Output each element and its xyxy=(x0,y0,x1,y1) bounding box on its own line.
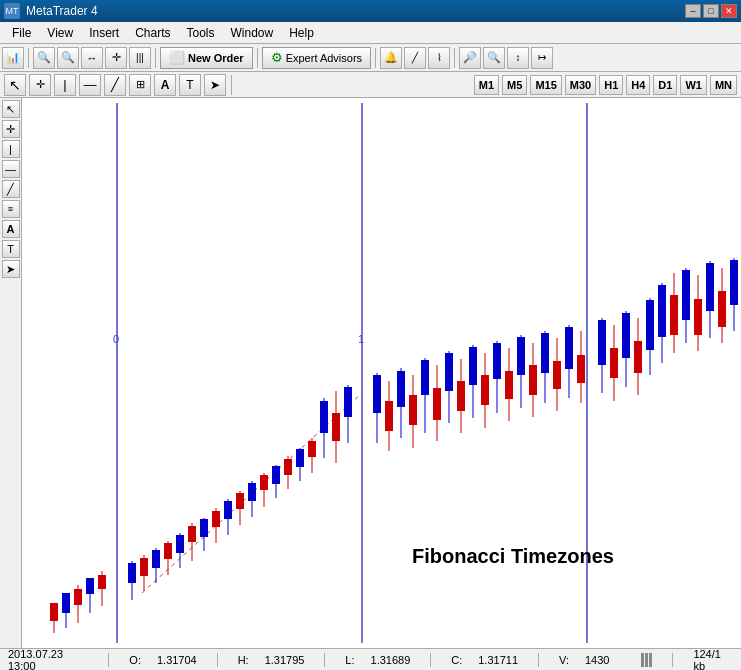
svg-rect-20 xyxy=(140,558,148,576)
status-high-val: 1.31795 xyxy=(265,654,305,666)
svg-rect-68 xyxy=(445,353,453,391)
zoom-out-button[interactable]: 🔍 xyxy=(57,47,79,69)
new-chart-button[interactable]: 📊 xyxy=(2,47,24,69)
vertical-line-tool[interactable]: | xyxy=(54,74,76,96)
status-sep-2 xyxy=(217,653,218,667)
chart-area[interactable]: 0 1 Fibonacci Timezones xyxy=(22,98,741,648)
text-label-tool[interactable]: T xyxy=(179,74,201,96)
svg-rect-32 xyxy=(212,511,220,527)
tf-h1[interactable]: H1 xyxy=(599,75,623,95)
svg-rect-8 xyxy=(50,603,58,621)
svg-rect-102 xyxy=(658,285,666,337)
svg-rect-76 xyxy=(493,343,501,379)
status-low-label: L: xyxy=(345,654,354,666)
left-hline-tool[interactable]: — xyxy=(2,160,20,178)
menu-insert[interactable]: Insert xyxy=(81,24,127,42)
svg-text:1: 1 xyxy=(358,333,364,345)
svg-rect-16 xyxy=(98,575,106,589)
svg-rect-62 xyxy=(409,395,417,425)
svg-rect-42 xyxy=(272,466,280,484)
status-bar: 2013.07.23 13:00 O: 1.31704 H: 1.31795 L… xyxy=(0,648,741,670)
zoom-minus-button[interactable]: 🔍 xyxy=(483,47,505,69)
cursor-tool[interactable]: ↖ xyxy=(4,74,26,96)
window-controls: – □ ✕ xyxy=(685,4,737,18)
left-label-tool[interactable]: T xyxy=(2,240,20,258)
toolbar-separator-2 xyxy=(155,48,156,68)
svg-rect-82 xyxy=(529,365,537,395)
maximize-button[interactable]: □ xyxy=(703,4,719,18)
svg-rect-52 xyxy=(332,413,340,441)
svg-rect-58 xyxy=(385,401,393,431)
minimize-button[interactable]: – xyxy=(685,4,701,18)
properties-button[interactable]: ↕ xyxy=(507,47,529,69)
left-text-tool[interactable]: A xyxy=(2,220,20,238)
zoom-plus-button[interactable]: 🔎 xyxy=(459,47,481,69)
svg-rect-114 xyxy=(730,260,738,305)
svg-rect-36 xyxy=(236,493,244,509)
left-trend-tool[interactable]: ╱ xyxy=(2,180,20,198)
title-bar: MT MetaTrader 4 – □ ✕ xyxy=(0,0,741,22)
scroll-button[interactable]: ↔ xyxy=(81,47,103,69)
tf-m30[interactable]: M30 xyxy=(565,75,596,95)
expert-advisors-icon: ⚙ xyxy=(271,50,283,65)
status-sep-5 xyxy=(538,653,539,667)
left-channel-tool[interactable]: ≡ xyxy=(2,200,20,218)
close-button[interactable]: ✕ xyxy=(721,4,737,18)
left-arrow-tool[interactable]: ➤ xyxy=(2,260,20,278)
menu-window[interactable]: Window xyxy=(223,24,282,42)
status-sep-6 xyxy=(672,653,673,667)
crosshair-tool[interactable]: ✛ xyxy=(29,74,51,96)
app-icon: MT xyxy=(4,3,20,19)
left-cursor-tool[interactable]: ↖ xyxy=(2,100,20,118)
svg-rect-10 xyxy=(62,593,70,613)
trendline-tool[interactable]: ╱ xyxy=(104,74,126,96)
tf-h4[interactable]: H4 xyxy=(626,75,650,95)
auto-scroll-button[interactable]: ↦ xyxy=(531,47,553,69)
text-tool[interactable]: A xyxy=(154,74,176,96)
menu-file[interactable]: File xyxy=(4,24,39,42)
line-chart-button[interactable]: ⌇ xyxy=(428,47,450,69)
alerts-button[interactable]: 🔔 xyxy=(380,47,402,69)
tf-m1[interactable]: M1 xyxy=(474,75,499,95)
horizontal-line-tool[interactable]: — xyxy=(79,74,101,96)
arrow-tool[interactable]: ➤ xyxy=(204,74,226,96)
tf-m5[interactable]: M5 xyxy=(502,75,527,95)
status-open-label: O: xyxy=(129,654,141,666)
tick-chart-button[interactable]: ╱ xyxy=(404,47,426,69)
menu-help[interactable]: Help xyxy=(281,24,322,42)
status-datetime: 2013.07.23 13:00 xyxy=(8,648,88,671)
title-text: MetaTrader 4 xyxy=(26,4,98,18)
menu-charts[interactable]: Charts xyxy=(127,24,178,42)
svg-rect-80 xyxy=(517,337,525,375)
svg-rect-14 xyxy=(86,578,94,594)
svg-rect-46 xyxy=(296,449,304,467)
toolbar-separator-4 xyxy=(375,48,376,68)
new-order-button[interactable]: ⬜ New Order xyxy=(160,47,253,69)
svg-rect-64 xyxy=(421,360,429,395)
tf-m15[interactable]: M15 xyxy=(530,75,561,95)
chart-svg: 0 1 Fibonacci Timezones xyxy=(22,98,741,648)
new-order-label: New Order xyxy=(188,52,244,64)
svg-rect-12 xyxy=(74,589,82,605)
tf-d1[interactable]: D1 xyxy=(653,75,677,95)
left-vline-tool[interactable]: | xyxy=(2,140,20,158)
new-chart-icon: 📊 xyxy=(6,51,20,64)
zoom-in-button[interactable]: 🔍 xyxy=(33,47,55,69)
svg-rect-108 xyxy=(694,299,702,335)
tf-mn[interactable]: MN xyxy=(710,75,737,95)
status-close-label: C: xyxy=(451,654,462,666)
period-sep-button[interactable]: ||| xyxy=(129,47,151,69)
svg-rect-100 xyxy=(646,300,654,350)
expert-advisors-button[interactable]: ⚙ Expert Advisors xyxy=(262,47,371,69)
drawing-toolbar: ↖ ✛ | — ╱ ⊞ A T ➤ M1 M5 M15 M30 H1 H4 D1… xyxy=(0,72,741,98)
toolbar-separator-5 xyxy=(454,48,455,68)
menu-tools[interactable]: Tools xyxy=(179,24,223,42)
svg-rect-0 xyxy=(22,103,741,643)
left-crosshair-tool[interactable]: ✛ xyxy=(2,120,20,138)
crosshair-button[interactable]: ✛ xyxy=(105,47,127,69)
new-order-icon: ⬜ xyxy=(169,50,185,65)
status-high-label: H: xyxy=(238,654,249,666)
gann-tool[interactable]: ⊞ xyxy=(129,74,151,96)
menu-view[interactable]: View xyxy=(39,24,81,42)
tf-w1[interactable]: W1 xyxy=(680,75,707,95)
